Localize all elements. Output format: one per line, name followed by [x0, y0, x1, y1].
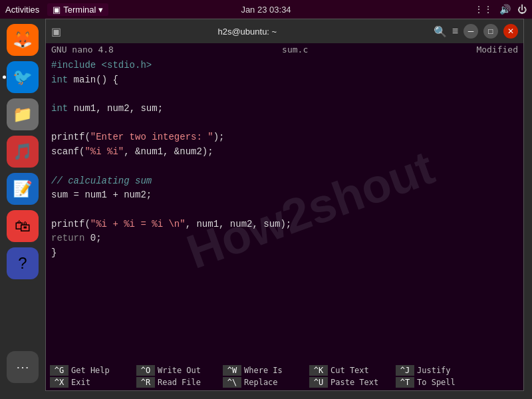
code-line: int main() { [51, 73, 518, 88]
activities-bar: Activities ▣ Terminal ▾ Jan 23 03:34 ⋮⋮ … [0, 0, 532, 19]
code-line: #include <stdio.h> [51, 59, 518, 73]
code-line: sum = num1 + num2; [51, 188, 518, 203]
code-line [51, 116, 518, 131]
menu-icon[interactable]: ≡ [452, 25, 458, 37]
shortcut-row-1: ^G Get Help ^O Write Out ^W Where Is ^K … [50, 365, 519, 377]
shortcut-label: Replace [244, 378, 278, 387]
volume-icon[interactable]: 🔊 [499, 4, 511, 15]
shortcut-key: ^G [50, 365, 68, 376]
nano-statusbar-top: GNU nano 4.8 sum.c Modified [46, 43, 523, 56]
code-line: printf("%i + %i = %i \n", num1, num2, su… [51, 217, 518, 232]
shortcut-justify: ^J Justify [396, 365, 482, 376]
code-line [51, 203, 518, 217]
shortcut-label: Cut Text [331, 366, 369, 375]
shortcut-get-help: ^G Get Help [50, 365, 136, 376]
shortcut-label: Write Out [158, 366, 201, 375]
dock-item-firefox[interactable]: 🦊 [7, 24, 39, 56]
shortcut-label: To Spell [417, 378, 456, 387]
shortcut-read-file: ^R Read File [136, 377, 223, 388]
shortcut-to-spell: ^T To Spell [396, 377, 482, 388]
nano-modified: Modified [476, 45, 518, 55]
terminal-window: ▣ h2s@ubuntu: ~ 🔍 ≡ ─ □ ✕ GNU nano 4.8 s… [45, 19, 524, 391]
code-line: int num1, num2, sum; [51, 102, 518, 116]
application-dock: 🦊 🐦 📁 🎵 📝 🛍 ? ⋯ [0, 19, 45, 391]
network-icon[interactable]: ⋮⋮ [474, 4, 493, 15]
shortcut-key: ^U [309, 377, 328, 388]
shortcut-label: Justify [417, 366, 451, 375]
shortcut-key: ^X [50, 377, 68, 388]
titlebar-right: 🔍 ≡ ─ □ ✕ [434, 24, 518, 39]
shortcut-key: ^J [396, 365, 414, 376]
code-line: } [51, 246, 518, 261]
terminal-tab[interactable]: ▣ Terminal ▾ [47, 3, 108, 16]
datetime-display: Jan 23 03:34 [241, 5, 291, 15]
shortcut-key: ^R [136, 377, 155, 388]
show-apps-button[interactable]: ⋯ [7, 351, 39, 383]
power-icon[interactable]: ⏻ [517, 4, 527, 15]
dock-bottom: ⋯ [7, 351, 39, 383]
nano-filename: sum.c [282, 45, 308, 55]
terminal-icon: ▣ [53, 5, 61, 15]
titlebar-left: ▣ [51, 25, 61, 38]
shortcut-replace: ^\ Replace [223, 377, 309, 388]
shortcut-row-2: ^X Exit ^R Read File ^\ Replace ^U Paste… [50, 377, 519, 389]
code-line: printf("Enter two integers: "); [51, 130, 518, 145]
shortcut-exit: ^X Exit [50, 377, 136, 388]
terminal-titlebar: ▣ h2s@ubuntu: ~ 🔍 ≡ ─ □ ✕ [46, 19, 523, 43]
code-line: return 0; [51, 231, 518, 246]
nano-version: GNU nano 4.8 [51, 45, 114, 55]
shortcut-label: Get Help [71, 366, 110, 375]
time-label: 03:34 [269, 5, 291, 15]
maximize-button[interactable]: □ [483, 24, 498, 39]
search-icon[interactable]: 🔍 [434, 25, 447, 38]
dock-item-writer[interactable]: 📝 [7, 173, 39, 205]
shortcut-where-is: ^W Where Is [223, 365, 309, 376]
shortcut-key: ^\ [223, 377, 241, 388]
active-indicator [3, 76, 6, 79]
shortcut-key: ^W [223, 365, 241, 376]
shortcut-cut-text: ^K Cut Text [309, 365, 396, 376]
close-button[interactable]: ✕ [503, 24, 518, 39]
terminal-dropdown-icon: ▾ [98, 5, 103, 15]
code-line: scanf("%i %i", &num1, &num2); [51, 145, 518, 160]
shortcut-label: Exit [71, 378, 90, 387]
date-label: Jan 23 [241, 5, 267, 15]
minimize-button[interactable]: ─ [464, 24, 478, 39]
shortcut-label: Where Is [244, 366, 283, 375]
dock-item-thunderbird[interactable]: 🐦 [7, 61, 39, 93]
shortcut-label: Read File [158, 378, 201, 387]
shortcut-write-out: ^O Write Out [136, 365, 223, 376]
code-line [51, 160, 518, 174]
shortcut-paste-text: ^U Paste Text [309, 377, 396, 388]
activities-label[interactable]: Activities [5, 5, 39, 15]
terminal-window-icon: ▣ [51, 25, 61, 38]
shortcut-key: ^K [309, 365, 328, 376]
shortcut-key: ^O [136, 365, 155, 376]
nano-shortcuts: ^G Get Help ^O Write Out ^W Where Is ^K … [46, 362, 523, 390]
shortcut-label: Paste Text [331, 378, 378, 387]
terminal-title: h2s@ubuntu: ~ [217, 27, 277, 37]
dock-item-files[interactable]: 📁 [7, 98, 39, 130]
dock-item-help[interactable]: ? [7, 247, 39, 279]
code-line: // calculating sum [51, 174, 518, 189]
dock-item-appstore[interactable]: 🛍 [7, 210, 39, 242]
dock-item-rhythmbox[interactable]: 🎵 [7, 136, 39, 168]
shortcut-key: ^T [396, 377, 414, 388]
code-editor[interactable]: How2shout #include <stdio.h> int main() … [46, 56, 523, 362]
terminal-tab-label: Terminal [63, 5, 96, 15]
code-line [51, 87, 518, 102]
